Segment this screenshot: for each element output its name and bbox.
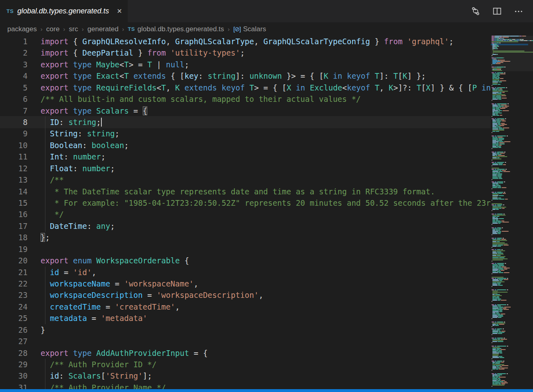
code-line-17[interactable]: 17 DateTime: any; (0, 220, 491, 232)
breadcrumb: packages›core›src›generated›TSglobal.db.… (0, 22, 533, 36)
breadcrumb-item-core[interactable]: core (46, 25, 60, 33)
code-text: Float: number; (41, 163, 115, 174)
line-number: 14 (0, 186, 28, 197)
code-line-6[interactable]: 6/** All built-in and custom scalars, ma… (0, 93, 491, 105)
code-line-24[interactable]: 24 createdTime = 'createdTime', (0, 301, 491, 312)
code-text: } (41, 324, 45, 336)
tab-global-db-types[interactable]: TS global.db.types.generated.ts ✕ (0, 0, 128, 22)
code-line-3[interactable]: 3export type Maybe<T> = T | null; (0, 59, 491, 70)
breadcrumb-item-scalars[interactable]: [⊘]Scalars (233, 25, 266, 33)
line-number: 9 (0, 128, 28, 139)
breadcrumb-item-global-db-types-generated-ts[interactable]: TSglobal.db.types.generated.ts (128, 25, 224, 33)
code-editor[interactable]: 1import { GraphQLResolveInfo, GraphQLSca… (0, 36, 491, 392)
tab-strip: TS global.db.types.generated.ts ✕ (0, 0, 533, 22)
breadcrumb-label: packages (7, 25, 37, 33)
line-number: 29 (0, 359, 28, 370)
code-text: * The DateTime scalar type represents da… (41, 186, 435, 197)
code-line-14[interactable]: 14 * The DateTime scalar type represents… (0, 186, 491, 197)
status-bar-sliver (0, 389, 533, 392)
typescript-file-icon: TS (128, 26, 135, 32)
line-number: 15 (0, 197, 28, 209)
code-text: export type RequireFields<T, K extends k… (41, 82, 491, 93)
code-text: metadata = 'metadata' (41, 312, 147, 324)
editor-actions (471, 0, 533, 22)
code-text: }; (41, 232, 50, 243)
breadcrumb-separator: › (41, 26, 43, 32)
line-number: 5 (0, 82, 28, 93)
code-text: /** Auth Provider ID */ (41, 359, 157, 370)
code-line-5[interactable]: 5export type RequireFields<T, K extends … (0, 82, 491, 93)
code-line-22[interactable]: 22 workspaceName = 'workspaceName', (0, 278, 491, 289)
line-number: 25 (0, 312, 28, 324)
line-number: 1 (0, 36, 28, 47)
line-number: 30 (0, 370, 28, 381)
code-text: ID: string; (41, 116, 102, 128)
code-line-12[interactable]: 12 Float: number; (0, 163, 491, 174)
line-number: 10 (0, 140, 28, 151)
more-actions-icon[interactable] (514, 6, 523, 16)
breadcrumb-item-generated[interactable]: generated (88, 25, 119, 33)
line-number: 20 (0, 255, 28, 266)
type-symbol-icon: [⊘] (233, 26, 241, 33)
line-number: 21 (0, 267, 28, 278)
code-line-7[interactable]: 7export type Scalars = { (0, 105, 491, 116)
line-number: 28 (0, 347, 28, 359)
code-line-11[interactable]: 11 Int: number; (0, 151, 491, 162)
code-line-19[interactable]: 19 (0, 243, 491, 255)
code-line-18[interactable]: 18}; (0, 232, 491, 243)
breadcrumb-separator: › (63, 26, 65, 32)
code-text: workspaceDescription = 'workspaceDescrip… (41, 289, 263, 301)
breadcrumb-label: Scalars (243, 25, 266, 33)
code-line-15[interactable]: 15 * For example: "1985-04-12T23:20:50.5… (0, 197, 491, 209)
code-line-27[interactable]: 27 (0, 336, 491, 347)
code-text: /** All built-in and custom scalars, map… (41, 93, 361, 105)
compare-changes-icon[interactable] (471, 6, 480, 16)
code-line-25[interactable]: 25 metadata = 'metadata' (0, 312, 491, 324)
code-text: /** (41, 174, 64, 185)
code-text: Int: number; (41, 151, 105, 162)
code-text: import { GraphQLResolveInfo, GraphQLScal… (41, 36, 453, 47)
code-line-21[interactable]: 21 id = 'id', (0, 267, 491, 278)
code-line-30[interactable]: 30 id: Scalars['String']; (0, 370, 491, 381)
code-line-10[interactable]: 10 Boolean: boolean; (0, 140, 491, 151)
code-text: */ (41, 209, 64, 220)
breadcrumb-separator: › (122, 26, 124, 32)
text-cursor (101, 118, 102, 127)
line-number: 24 (0, 301, 28, 312)
tab-close-icon[interactable]: ✕ (117, 8, 122, 15)
code-line-20[interactable]: 20export enum WorkspaceOrderable { (0, 255, 491, 266)
code-text: createdTime = 'createdTime', (41, 301, 180, 312)
code-text: export type Exact<T extends { [key: stri… (41, 70, 426, 82)
line-number: 11 (0, 151, 28, 162)
code-line-16[interactable]: 16 */ (0, 209, 491, 220)
code-text: export type Scalars = { (41, 105, 147, 116)
line-number: 12 (0, 163, 28, 174)
code-line-28[interactable]: 28export type AddAuthProviderInput = { (0, 347, 491, 359)
code-text: id = 'id', (41, 267, 96, 278)
code-line-8[interactable]: 8 ID: string; (0, 116, 491, 128)
code-line-13[interactable]: 13 /** (0, 174, 491, 185)
breadcrumb-item-src[interactable]: src (69, 25, 78, 33)
line-number: 7 (0, 105, 28, 116)
breadcrumb-label: global.db.types.generated.ts (138, 25, 224, 33)
breadcrumb-label: core (46, 25, 60, 33)
line-number: 22 (0, 278, 28, 289)
line-number: 23 (0, 289, 28, 301)
minimap[interactable] (491, 36, 533, 392)
line-number: 19 (0, 243, 28, 255)
breadcrumb-label: generated (88, 25, 119, 33)
breadcrumb-item-packages[interactable]: packages (7, 25, 37, 33)
code-line-2[interactable]: 2import { DeepPartial } from 'utility-ty… (0, 47, 491, 58)
code-line-29[interactable]: 29 /** Auth Provider ID */ (0, 359, 491, 370)
line-number: 26 (0, 324, 28, 336)
split-editor-icon[interactable] (492, 6, 502, 16)
line-number: 17 (0, 220, 28, 232)
tab-title: global.db.types.generated.ts (17, 7, 109, 15)
code-line-23[interactable]: 23 workspaceDescription = 'workspaceDesc… (0, 289, 491, 301)
code-line-9[interactable]: 9 String: string; (0, 128, 491, 139)
code-line-1[interactable]: 1import { GraphQLResolveInfo, GraphQLSca… (0, 36, 491, 47)
code-line-4[interactable]: 4export type Exact<T extends { [key: str… (0, 70, 491, 82)
code-text: import { DeepPartial } from 'utility-typ… (41, 47, 245, 58)
code-text: export type AddAuthProviderInput = { (41, 347, 208, 359)
code-line-26[interactable]: 26} (0, 324, 491, 336)
